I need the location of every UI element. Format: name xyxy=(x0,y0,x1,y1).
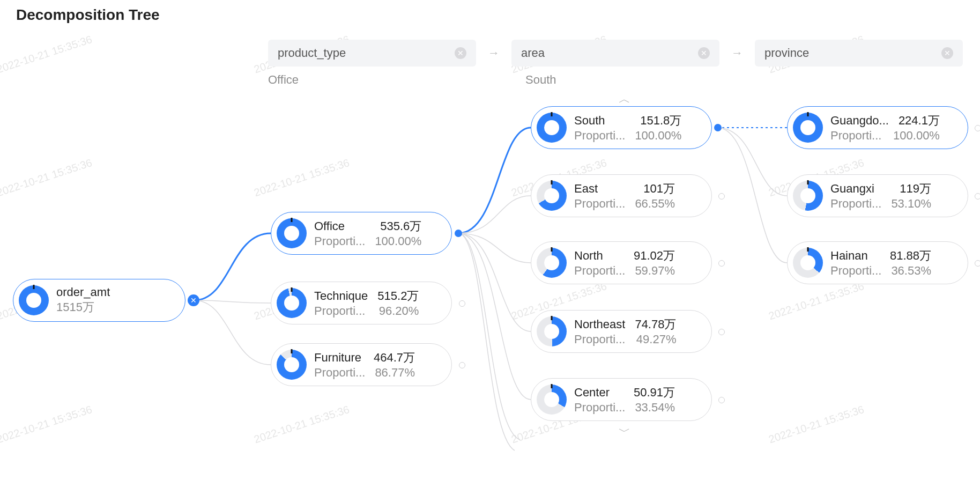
tree-node[interactable]: Office535.6万 Proporti...100.00% xyxy=(271,212,452,255)
proportion-label: Proporti... xyxy=(314,234,365,248)
proportion-label: Proporti... xyxy=(314,304,365,318)
donut-icon xyxy=(19,285,49,315)
node-pct: 59.97% xyxy=(635,264,675,278)
tree-node[interactable]: East101万Proporti...66.55% xyxy=(531,174,712,217)
expand-port[interactable] xyxy=(714,124,722,131)
tree-node[interactable]: Technique515.2万 Proporti...96.20% xyxy=(271,282,452,324)
chevron-up-icon[interactable]: ︿ xyxy=(619,91,630,107)
donut-icon xyxy=(537,385,567,415)
node-value: 74.78万 xyxy=(635,316,676,333)
expand-port[interactable] xyxy=(975,193,980,200)
dimension-pill-province[interactable]: province ✕ xyxy=(755,40,963,67)
dimension-pill-area[interactable]: area ✕ xyxy=(511,40,719,67)
node-name: North xyxy=(574,249,603,263)
node-pct: 100.00% xyxy=(893,129,940,143)
proportion-label: Proporti... xyxy=(574,264,625,278)
donut-icon xyxy=(277,218,307,248)
node-value: 151.8万 xyxy=(640,113,681,129)
node-value: 50.91万 xyxy=(634,385,675,401)
node-value: 81.88万 xyxy=(890,248,931,264)
tree-node[interactable]: Furniture464.7万 Proporti...86.77% xyxy=(271,343,452,386)
node-pct: 100.00% xyxy=(375,234,421,248)
dimension-label: province xyxy=(764,46,809,60)
donut-icon xyxy=(793,113,823,143)
arrow-right-icon: → xyxy=(488,46,500,60)
close-icon[interactable]: ✕ xyxy=(941,47,953,59)
dimension-selected-value: South xyxy=(525,73,556,87)
donut-icon xyxy=(537,113,567,143)
collapse-icon[interactable]: ✕ xyxy=(188,294,199,306)
tree-node[interactable]: Northeast74.78万Proporti...49.27% xyxy=(531,310,712,353)
node-value: 535.6万 xyxy=(380,218,421,234)
proportion-label: Proporti... xyxy=(574,197,625,211)
node-name: Technique xyxy=(314,289,368,303)
node-name: Northeast xyxy=(574,318,625,331)
expand-port[interactable] xyxy=(975,125,980,131)
node-pct: 66.55% xyxy=(635,197,675,211)
page-title: Decomposition Tree xyxy=(16,6,160,24)
expand-port[interactable] xyxy=(718,329,725,335)
tree-node[interactable]: Center50.91万Proporti...33.54% xyxy=(531,378,712,421)
expand-port[interactable] xyxy=(718,397,725,403)
arrow-right-icon: → xyxy=(731,46,743,60)
node-name: Furniture xyxy=(314,351,361,365)
donut-icon xyxy=(277,288,307,318)
tree-node[interactable]: Hainan81.88万Proporti...36.53% xyxy=(787,241,968,284)
tree-node-root[interactable]: order_amt 1515万 xyxy=(13,279,185,322)
dimension-row: product_type ✕ → area ✕ → province ✕ xyxy=(268,40,963,67)
watermark: 2022-10-21 15:35:36 xyxy=(253,403,351,446)
node-value: 515.2万 xyxy=(377,288,419,304)
tree-node[interactable]: Guangxi119万Proporti...53.10% xyxy=(787,174,968,217)
node-value: 91.02万 xyxy=(634,248,675,264)
expand-port[interactable] xyxy=(459,300,465,307)
dimension-pill-product-type[interactable]: product_type ✕ xyxy=(268,40,476,67)
expand-port[interactable] xyxy=(718,193,725,200)
dimension-label: product_type xyxy=(278,46,346,60)
expand-port[interactable] xyxy=(455,230,462,237)
donut-icon xyxy=(537,248,567,278)
close-icon[interactable]: ✕ xyxy=(698,47,710,59)
proportion-label: Proporti... xyxy=(314,366,365,380)
node-value: 119万 xyxy=(900,181,931,197)
node-name: order_amt xyxy=(56,285,110,299)
watermark: 2022-10-21 15:35:36 xyxy=(0,33,94,76)
node-pct: 100.00% xyxy=(635,129,681,143)
proportion-label: Proporti... xyxy=(574,401,625,415)
node-pct: 36.53% xyxy=(891,264,931,278)
node-name: Office xyxy=(314,219,345,233)
donut-icon xyxy=(537,181,567,211)
dimension-selected-value: Office xyxy=(268,73,299,87)
watermark: 2022-10-21 15:35:36 xyxy=(253,157,351,199)
tree-node[interactable]: South151.8万Proporti...100.00% xyxy=(531,106,712,149)
node-pct: 33.54% xyxy=(635,401,675,415)
expand-port[interactable] xyxy=(975,260,980,267)
watermark: 2022-10-21 15:35:36 xyxy=(767,280,866,322)
node-pct: 96.20% xyxy=(379,304,419,318)
expand-port[interactable] xyxy=(718,260,725,267)
close-icon[interactable]: ✕ xyxy=(455,47,466,59)
chevron-down-icon[interactable]: ﹀ xyxy=(619,424,630,440)
node-pct: 49.27% xyxy=(636,333,677,346)
expand-port[interactable] xyxy=(459,362,465,368)
dimension-label: area xyxy=(521,46,545,60)
donut-icon xyxy=(537,316,567,346)
node-name: Guangdo... xyxy=(830,114,889,128)
proportion-label: Proporti... xyxy=(574,129,625,143)
node-value: 1515万 xyxy=(56,299,94,315)
node-name: East xyxy=(574,182,598,196)
donut-icon xyxy=(793,248,823,278)
node-name: Guangxi xyxy=(830,182,874,196)
donut-icon xyxy=(793,181,823,211)
proportion-label: Proporti... xyxy=(830,129,881,143)
proportion-label: Proporti... xyxy=(830,197,881,211)
node-name: South xyxy=(574,114,605,128)
watermark: 2022-10-21 15:35:36 xyxy=(767,403,866,446)
tree-node[interactable]: North91.02万Proporti...59.97% xyxy=(531,241,712,284)
node-pct: 53.10% xyxy=(891,197,931,211)
tree-node[interactable]: Guangdo...224.1万Proporti...100.00% xyxy=(787,106,968,149)
watermark: 2022-10-21 15:35:36 xyxy=(0,403,94,446)
decomposition-tree-canvas: Decomposition Tree 2022-10-21 15:35:36 2… xyxy=(0,0,980,502)
node-value: 101万 xyxy=(643,181,675,197)
node-name: Hainan xyxy=(830,249,868,263)
watermark: 2022-10-21 15:35:36 xyxy=(0,157,94,199)
